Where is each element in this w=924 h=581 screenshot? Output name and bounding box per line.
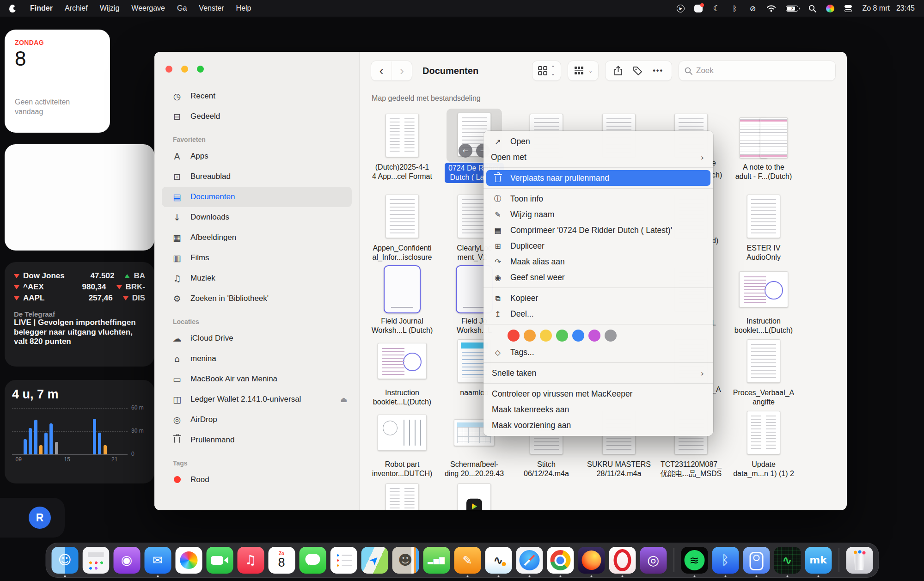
- dock-app-music[interactable]: ♫: [237, 547, 264, 574]
- dock-app-messages[interactable]: [299, 547, 326, 574]
- dock-app-calendar[interactable]: Zo8: [268, 547, 295, 574]
- dock-app-podcasts[interactable]: ◉: [113, 547, 140, 574]
- menubar-item-archief[interactable]: Archief: [59, 4, 94, 12]
- menu-item-snelle-taken[interactable]: Snelle taken›: [486, 365, 710, 381]
- sidebar-item-macbook-air-van-menina[interactable]: ▭MacBook Air van Menina: [162, 369, 352, 389]
- sidebar-item-menina[interactable]: ⌂menina: [162, 349, 352, 369]
- page-back-icon[interactable]: ←: [459, 144, 472, 158]
- mackeeper-menu-icon[interactable]: [694, 5, 703, 12]
- menubar-clock[interactable]: Zo 8 mrt 23:45: [862, 4, 915, 12]
- file-item[interactable]: Instructionbooklet...L(Dutch): [367, 335, 437, 407]
- nearby-icon[interactable]: ⊘: [748, 4, 757, 13]
- menu-item-deel[interactable]: ↥Deel...: [486, 306, 710, 322]
- dock-app-monitor[interactable]: ∿: [774, 547, 801, 574]
- menu-item-maak-voorziening-aan[interactable]: Maak voorziening aan: [486, 417, 710, 433]
- r-badge-widget[interactable]: R: [0, 498, 65, 538]
- menu-item-dupliceer[interactable]: ⊞Dupliceer: [486, 238, 710, 254]
- stocks-widget[interactable]: Dow Jones47.502BA^AEX980,34BRK-AAPL257,4…: [5, 262, 154, 367]
- menu-item-tags[interactable]: ◇Tags...: [486, 344, 710, 360]
- menu-item-maak-takenreeks-aan[interactable]: Maak takenreeks aan: [486, 402, 710, 417]
- moon-icon[interactable]: ☾: [712, 4, 721, 13]
- menubar-item-finder[interactable]: Finder: [24, 4, 59, 12]
- menu-item-geef-snel-weer[interactable]: ◉Geef snel weer: [486, 269, 710, 285]
- menu-item-wijzig-naam[interactable]: ✎Wijzig naam: [486, 207, 710, 222]
- dock-app-finder[interactable]: ☺: [51, 547, 78, 574]
- wifi-icon[interactable]: [766, 4, 776, 13]
- dock-app-contacts[interactable]: ☻: [392, 547, 419, 574]
- tag-color-dot[interactable]: [556, 330, 568, 342]
- sidebar-item-gedeeld[interactable]: ⊟Gedeeld: [162, 106, 352, 127]
- sidebar-item-prullenmand[interactable]: Prullenmand: [162, 430, 352, 450]
- dock-app-firefox[interactable]: [578, 547, 605, 574]
- sidebar-item-recent[interactable]: ◷Recent: [162, 86, 352, 106]
- zoom-button[interactable]: [197, 66, 204, 73]
- file-item[interactable]: Updatedata_m...n 1) (1) 2: [729, 407, 798, 478]
- spotlight-icon[interactable]: [808, 4, 816, 13]
- sidebar-item-zoeken-in-bibliotheek[interactable]: ⚙Zoeken in 'Bibliotheek': [162, 288, 352, 309]
- dock-app-mail[interactable]: ✉: [144, 547, 171, 574]
- dock-app-freeform[interactable]: ∿: [485, 547, 512, 574]
- close-button[interactable]: [165, 66, 172, 73]
- empty-widget[interactable]: [5, 144, 154, 251]
- calendar-widget[interactable]: ZONDAG 8 Geen activiteiten vandaag: [5, 30, 110, 133]
- menu-item-kopieer[interactable]: ⧉Kopieer: [486, 290, 710, 306]
- dock-app-speaker[interactable]: [743, 547, 770, 574]
- tag-color-dot[interactable]: [524, 330, 536, 342]
- file-item[interactable]: Robot partinventor...DUTCH): [367, 407, 437, 478]
- dock-app-trash[interactable]: [846, 547, 873, 574]
- menu-item-toon-info[interactable]: ⓘToon info: [486, 191, 710, 207]
- sidebar-item-ledger-wallet-2-141-0-universal[interactable]: ◫Ledger Wallet 2.141.0-universal⏏: [162, 389, 352, 410]
- tag-color-dot[interactable]: [605, 330, 617, 342]
- dock-app-pages[interactable]: ✎: [454, 547, 481, 574]
- file-item[interactable]: (Dutch)2025-4-14 App...cel Format: [367, 110, 437, 181]
- menubar-item-weergave[interactable]: Weergave: [125, 4, 171, 12]
- sidebar-item-muziek[interactable]: ♫Muziek: [162, 268, 352, 288]
- dock-app-maps[interactable]: ➤: [361, 547, 388, 574]
- file-item[interactable]: A note to theadult - F...(Dutch): [729, 110, 798, 181]
- dock-app-tor[interactable]: ◎: [640, 547, 667, 574]
- file-item[interactable]: [440, 479, 509, 510]
- sidebar-item-rood[interactable]: Rood: [162, 470, 352, 490]
- dock-app-bluetoothapp[interactable]: ᛒ: [712, 547, 739, 574]
- file-item[interactable]: Proces_Verbaal_Aangifte: [729, 335, 798, 407]
- menubar-item-ga[interactable]: Ga: [171, 4, 193, 12]
- dock-app-opera[interactable]: [609, 547, 636, 574]
- file-item[interactable]: Field JournalWorksh...L (Dutch): [367, 263, 437, 335]
- dock-app-chrome[interactable]: [547, 547, 574, 574]
- tag-color-dot[interactable]: [572, 330, 584, 342]
- dock-app-mackeeper[interactable]: mk: [805, 547, 832, 574]
- sidebar-item-films[interactable]: ▥Films: [162, 248, 352, 268]
- dock-app-numbers[interactable]: ▂▅▇: [423, 547, 450, 574]
- menu-item-open-met[interactable]: Open met›: [486, 149, 710, 165]
- sidebar-item-downloads[interactable]: ↓Downloads: [162, 207, 352, 227]
- tag-color-dot[interactable]: [508, 330, 520, 342]
- bluetooth-icon[interactable]: ᛒ: [730, 4, 739, 13]
- sidebar-item-afbeeldingen[interactable]: ▦Afbeeldingen: [162, 227, 352, 248]
- dock-app-facetime[interactable]: [206, 547, 233, 574]
- menubar-item-help[interactable]: Help: [230, 4, 257, 12]
- tag-color-dot[interactable]: [540, 330, 552, 342]
- control-center-icon[interactable]: [844, 4, 852, 13]
- menubar-item-wijzig[interactable]: Wijzig: [94, 4, 126, 12]
- file-item[interactable]: [367, 479, 437, 510]
- battery-icon[interactable]: ⚡: [786, 6, 798, 12]
- tag-color-dot[interactable]: [588, 330, 600, 342]
- file-item[interactable]: Appen_Confidential_Infor...isclosure: [367, 190, 437, 262]
- menu-item-verplaats-naar-prullenmand[interactable]: Verplaats naar prullenmand: [486, 170, 710, 186]
- sidebar-item-apps[interactable]: AApps: [162, 146, 352, 166]
- file-item[interactable]: ESTER IVAudioOnly: [729, 190, 798, 262]
- sidebar-item-icloud-drive[interactable]: ☁iCloud Drive: [162, 328, 352, 349]
- menu-item-controleer-op-virussen-met-mackeeper[interactable]: Controleer op virussen met MacKeeper: [486, 386, 710, 402]
- dock-app-launchpad[interactable]: [82, 547, 109, 574]
- sidebar-item-bureaublad[interactable]: ⊡Bureaublad: [162, 166, 352, 187]
- apple-logo-icon[interactable]: [9, 5, 16, 12]
- dock-app-spotify[interactable]: ≋: [681, 547, 708, 574]
- menu-item-maak-alias-aan[interactable]: ↷Maak alias aan: [486, 254, 710, 269]
- menubar-item-venster[interactable]: Venster: [193, 4, 230, 12]
- dock-app-safari[interactable]: [516, 547, 543, 574]
- minimize-button[interactable]: [181, 66, 188, 73]
- menu-item-comprimeer-0724-de-ridder-dutch-latest[interactable]: ▤Comprimeer '0724 De Ridder Dutch ( Late…: [486, 222, 710, 238]
- dock-app-photos[interactable]: [175, 547, 202, 574]
- dock-app-reminders[interactable]: [330, 547, 357, 574]
- sidebar-item-documenten[interactable]: ▤Documenten: [162, 187, 352, 207]
